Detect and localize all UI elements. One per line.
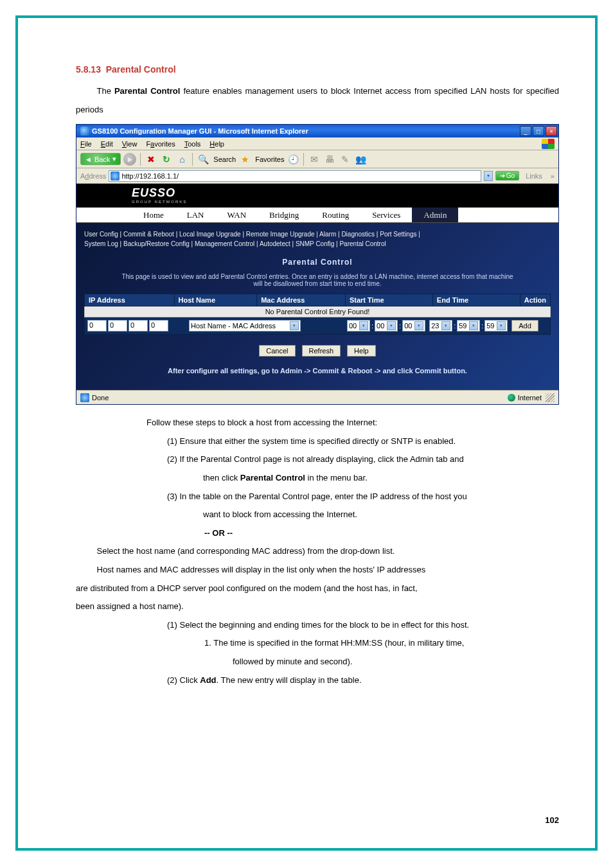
cancel-button[interactable]: Cancel [259, 345, 295, 357]
main-nav: Home LAN WAN Bridging Routing Services A… [76, 208, 558, 223]
back-button[interactable]: ◄ Back ▾ [80, 153, 121, 165]
window-title: GS8100 Configuration Manager GUI - Micro… [92, 127, 520, 135]
end-min[interactable]: 59▾ [457, 320, 480, 332]
note-line-3: been assigned a host name). [76, 598, 559, 616]
forward-button[interactable]: ► [123, 153, 136, 166]
menu-favorites[interactable]: Favorites [146, 140, 175, 148]
help-button[interactable]: Help [347, 345, 376, 357]
favorites-icon[interactable]: ★ [238, 153, 251, 166]
start-hour[interactable]: 00▾ [347, 320, 370, 332]
entry-row: 0 0 0 0 Host Name - MAC Address ▾ 00▾ : … [84, 317, 551, 335]
window-titlebar: GS8100 Configuration Manager GUI - Micro… [76, 125, 558, 137]
links-label[interactable]: Links [526, 172, 542, 180]
nav-bridging[interactable]: Bridging [258, 208, 310, 222]
start-sec[interactable]: 00▾ [402, 320, 425, 332]
page-number: 102 [545, 815, 559, 825]
page-icon [111, 172, 120, 181]
section-number: 5.8.13 [76, 64, 101, 75]
menu-tools[interactable]: Tools [184, 140, 201, 148]
steps-lead: Follow these steps to block a host from … [147, 414, 559, 432]
nav-wan[interactable]: WAN [216, 208, 258, 222]
internet-zone-icon [508, 394, 515, 402]
address-bar: Address http://192.168.1.1/ ▾ ➔ Go Links… [76, 168, 558, 184]
menu-edit[interactable]: Edit [101, 140, 113, 148]
th-end: End Time [433, 294, 520, 306]
no-entry-row: No Parental Control Entry Found! [84, 306, 551, 317]
ip-octet-2[interactable]: 0 [108, 320, 127, 332]
minimize-button[interactable]: _ [520, 126, 531, 136]
mail-icon[interactable]: ✉ [308, 153, 321, 166]
ip-octet-1[interactable]: 0 [87, 320, 107, 332]
section-title: Parental Control [106, 64, 176, 75]
step-2a: (2) If the Parental Control page is not … [76, 450, 559, 469]
ip-octet-4[interactable]: 0 [149, 320, 168, 332]
host-select[interactable]: Host Name - MAC Address ▾ [189, 320, 301, 332]
th-action: Action [520, 294, 550, 306]
add-button[interactable]: Add [511, 320, 538, 332]
nav-lan[interactable]: LAN [175, 208, 216, 222]
windows-logo-icon [542, 139, 555, 149]
step-3b: want to block from accessing the Interne… [76, 506, 559, 524]
edit-icon[interactable]: ✎ [339, 153, 351, 166]
brand-tagline: GROUP NETWORKS [132, 200, 552, 204]
history-icon[interactable]: 🕘 [287, 153, 299, 166]
table-header-row: IP Address Host Name Mac Address Start T… [84, 294, 551, 306]
search-icon[interactable]: 🔍 [197, 153, 209, 166]
ie-window: GS8100 Configuration Manager GUI - Micro… [76, 124, 559, 405]
menu-bar: File Edit View Favorites Tools Help [76, 137, 558, 150]
th-start: Start Time [346, 294, 433, 306]
page-title: Parental Control [84, 254, 551, 270]
refresh-button[interactable]: Refresh [302, 345, 341, 357]
url-text: http://192.168.1.1/ [121, 172, 179, 180]
chevron-down-icon: ▾ [290, 321, 299, 330]
favorites-label[interactable]: Favorites [255, 155, 284, 163]
step-4: (1) Select the beginning and ending time… [76, 616, 559, 635]
nav-home[interactable]: Home [132, 208, 175, 222]
brand-logo: EUSSO [132, 186, 552, 200]
menu-file[interactable]: File [80, 140, 92, 148]
stop-icon[interactable]: ✖ [145, 153, 157, 166]
step-4-sub-1: 1. The time is specified in the format H… [76, 634, 559, 653]
ip-octet-3[interactable]: 0 [129, 320, 148, 332]
status-bar: Done Internet [76, 390, 558, 404]
menu-help[interactable]: Help [209, 140, 224, 148]
nav-routing[interactable]: Routing [310, 208, 360, 222]
address-field[interactable]: http://192.168.1.1/ [109, 170, 481, 182]
done-icon [80, 393, 89, 402]
search-label[interactable]: Search [213, 155, 236, 163]
th-mac: Mac Address [257, 294, 346, 306]
discuss-icon[interactable]: 👥 [354, 153, 367, 166]
step-3a: (3) In the table on the Parental Control… [76, 488, 559, 506]
home-icon[interactable]: ⌂ [175, 153, 188, 166]
toolbar: ◄ Back ▾ ► ✖ ↻ ⌂ 🔍 Search ★ Favorites 🕘 … [76, 150, 558, 168]
print-icon[interactable]: 🖶 [323, 153, 336, 166]
status-text: Done [92, 394, 109, 402]
step-1: (1) Ensure that either the system time i… [76, 432, 559, 451]
address-dropdown-icon[interactable]: ▾ [484, 171, 493, 181]
nav-admin[interactable]: Admin [412, 208, 458, 222]
or-separator: -- OR -- [76, 524, 559, 543]
ie-icon [80, 127, 89, 136]
alt-step: Select the host name (and corresponding … [76, 542, 559, 561]
maximize-button[interactable]: □ [533, 126, 544, 136]
close-button[interactable]: × [546, 126, 557, 136]
menu-view[interactable]: View [122, 140, 138, 148]
end-time-group: 23▾ : 59▾ : 59▾ [429, 320, 508, 332]
zone-text: Internet [518, 394, 542, 402]
end-sec[interactable]: 59▾ [484, 320, 508, 332]
address-label: Address [80, 172, 106, 180]
start-time-group: 00▾ : 00▾ : 00▾ [347, 320, 425, 332]
refresh-icon[interactable]: ↻ [160, 153, 173, 166]
note-line-2: are distributed from a DHCP server pool … [76, 580, 559, 598]
nav-services[interactable]: Services [360, 208, 412, 222]
th-host: Host Name [175, 294, 258, 306]
start-min[interactable]: 00▾ [375, 320, 398, 332]
step-5: (2) Click Add. The new entry will displa… [76, 671, 559, 690]
resize-grip-icon[interactable] [546, 393, 555, 402]
intro-text: The Parental Control feature enables man… [76, 82, 559, 119]
end-hour[interactable]: 23▾ [429, 320, 452, 332]
note-line-1: Host names and MAC addresses will displa… [76, 561, 559, 580]
go-button[interactable]: ➔ Go [495, 171, 519, 181]
step-2b: then click Parental Control in the menu … [76, 469, 559, 488]
admin-subnav[interactable]: User Config | Commit & Reboot | Local Im… [84, 228, 551, 254]
